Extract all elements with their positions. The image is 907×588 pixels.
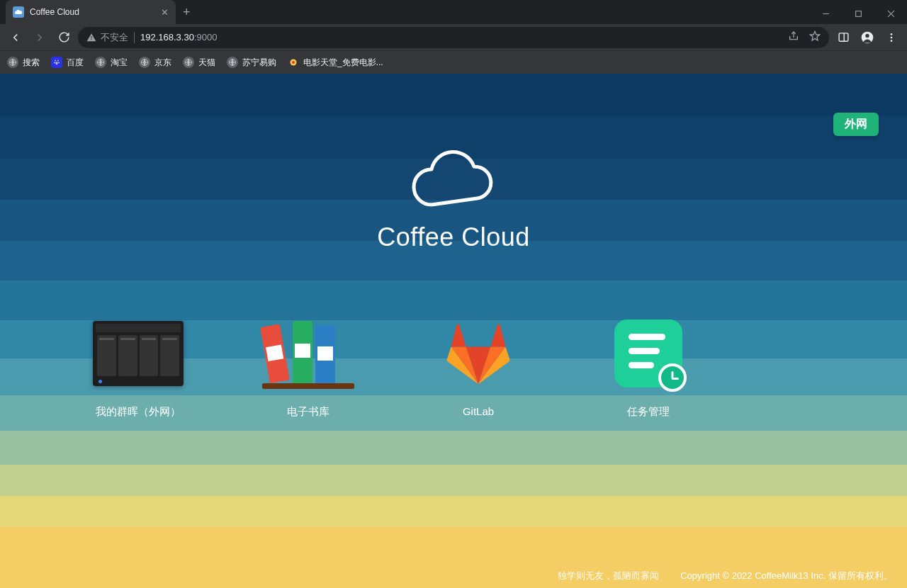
- svg-rect-1: [855, 11, 861, 16]
- security-status[interactable]: 不安全: [86, 31, 128, 44]
- bookmark-label: 天猫: [198, 57, 215, 69]
- footer-copyright: Copyright © 2022 CoffeeMilk13 Inc. 保留所有权…: [680, 570, 893, 582]
- bookmark-label: 电影天堂_免费电影...: [303, 57, 383, 69]
- nas-icon: [93, 321, 184, 386]
- bookmark-film[interactable]: 电影天堂_免费电影...: [288, 57, 383, 69]
- window-close-button[interactable]: [874, 3, 907, 24]
- share-icon[interactable]: [788, 30, 799, 44]
- bookmark-label: 百度: [67, 57, 84, 69]
- forward-button[interactable]: [30, 28, 50, 47]
- bookmarks-bar: 搜索 百度 淘宝 京东 天猫 苏宁易购 电影天堂_免费电影...: [0, 51, 907, 74]
- app-grid: 我的群晖（外网） 电子书库: [78, 315, 709, 419]
- bookmark-suning[interactable]: 苏宁易购: [227, 57, 276, 69]
- footer-quote: 独学则无友，孤陋而寡闻: [558, 570, 659, 582]
- svg-point-13: [58, 62, 60, 64]
- profile-button[interactable]: [857, 28, 877, 47]
- bookmark-baidu[interactable]: 百度: [51, 57, 84, 69]
- site-title: Coffee Cloud: [377, 222, 529, 252]
- url-port: :9000: [194, 32, 218, 43]
- bookmark-label: 搜索: [23, 57, 40, 69]
- app-label: 我的群晖（外网）: [78, 405, 198, 419]
- page-content: 外网 Coffee Cloud 我的群晖（外网） 电子书库: [0, 74, 907, 588]
- window-controls: [809, 3, 907, 24]
- browser-toolbar: 不安全 192.168.3.30:9000: [0, 24, 907, 51]
- bookmark-label: 淘宝: [111, 57, 128, 69]
- app-label: GitLab: [418, 405, 539, 417]
- app-synology[interactable]: 我的群晖（外网）: [78, 315, 198, 419]
- browser-tab[interactable]: Coffee Cloud ✕: [6, 0, 176, 24]
- bookmark-taobao[interactable]: 淘宝: [95, 57, 128, 69]
- bookmark-jd[interactable]: 京东: [139, 57, 171, 69]
- close-tab-icon[interactable]: ✕: [161, 7, 169, 18]
- tab-favicon-icon: [13, 6, 24, 18]
- svg-point-10: [55, 60, 56, 62]
- security-label: 不安全: [101, 31, 128, 44]
- menu-button[interactable]: [881, 28, 901, 47]
- tasks-icon: [614, 320, 682, 388]
- svg-point-19: [292, 61, 295, 64]
- app-ebooks[interactable]: 电子书库: [248, 315, 368, 419]
- address-bar[interactable]: 不安全 192.168.3.30:9000: [78, 27, 829, 48]
- bookmark-label: 京东: [154, 57, 171, 69]
- warning-icon: [86, 33, 96, 43]
- svg-point-11: [57, 60, 59, 62]
- svg-point-12: [54, 62, 55, 64]
- app-label: 电子书库: [248, 405, 368, 419]
- tab-title: Coffee Cloud: [30, 7, 155, 17]
- window-titlebar: Coffee Cloud ✕ +: [0, 0, 907, 24]
- bookmark-label: 苏宁易购: [242, 57, 276, 69]
- bookmark-star-icon[interactable]: [809, 30, 821, 44]
- cloud-icon: [400, 145, 507, 215]
- svg-point-8: [891, 40, 893, 42]
- bookmark-tmall[interactable]: 天猫: [183, 57, 215, 69]
- side-panel-button[interactable]: [833, 28, 853, 47]
- app-label: 任务管理: [588, 405, 709, 419]
- new-tab-button[interactable]: +: [176, 5, 198, 24]
- app-gitlab[interactable]: GitLab: [418, 315, 539, 419]
- divider: [134, 32, 135, 43]
- bookmark-search[interactable]: 搜索: [7, 57, 40, 69]
- external-network-button[interactable]: 外网: [833, 113, 879, 136]
- svg-point-5: [865, 33, 869, 37]
- app-tasks[interactable]: 任务管理: [588, 315, 709, 419]
- gitlab-icon: [444, 320, 512, 388]
- svg-point-6: [891, 33, 893, 35]
- footer: 独学则无友，孤陋而寡闻 Copyright © 2022 CoffeeMilk1…: [14, 570, 893, 582]
- back-button[interactable]: [6, 28, 26, 47]
- url-host: 192.168.3.30: [140, 32, 194, 43]
- url-text: 192.168.3.30:9000: [140, 32, 217, 43]
- reload-button[interactable]: [54, 28, 74, 47]
- window-minimize-button[interactable]: [809, 3, 842, 24]
- window-maximize-button[interactable]: [842, 3, 874, 24]
- binders-icon: [266, 318, 351, 389]
- svg-point-7: [891, 36, 893, 38]
- site-logo: Coffee Cloud: [377, 145, 529, 252]
